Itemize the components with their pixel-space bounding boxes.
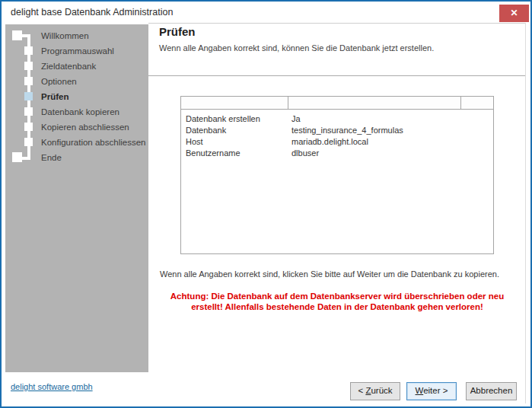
header-divider bbox=[148, 75, 525, 76]
content-right-edge bbox=[525, 23, 526, 403]
cancel-button[interactable]: Abbrechen bbox=[466, 382, 517, 400]
step-marker bbox=[24, 107, 33, 116]
row-value: mariadb.delight.local bbox=[291, 136, 368, 148]
wizard-step: Konfiguration abschliessen bbox=[5, 135, 148, 150]
table-header[interactable] bbox=[181, 97, 493, 110]
back-button-label-rest: urück bbox=[371, 386, 392, 395]
row-value: testing_insurance_4_formulas bbox=[291, 125, 403, 136]
page-title: Prüfen bbox=[159, 25, 196, 38]
next-button-mnemonic: W bbox=[416, 386, 424, 395]
title-bar: delight base Datenbank Administration bbox=[2, 2, 530, 23]
table-body: Datenbank erstellenJaDatenbanktesting_in… bbox=[181, 110, 493, 159]
next-button[interactable]: Weiter > bbox=[406, 382, 457, 400]
close-button[interactable]: ✕ bbox=[499, 5, 529, 22]
next-button-label-rest: eiter > bbox=[423, 386, 448, 395]
wizard-step: Kopieren abschliessen bbox=[5, 120, 148, 135]
step-label: Datenbank kopieren bbox=[41, 104, 148, 120]
wizard-step: Optionen bbox=[5, 74, 148, 89]
column-divider bbox=[460, 97, 461, 109]
vendor-link[interactable]: delight software gmbh bbox=[11, 382, 93, 391]
warning-line-2: erstellt! Allenfalls bestehende Daten in… bbox=[148, 302, 526, 313]
row-label: Datenbank erstellen bbox=[186, 113, 260, 125]
table-row[interactable]: Datenbanktesting_insurance_4_formulas bbox=[181, 125, 493, 136]
step-label: Konfiguration abschliessen bbox=[41, 135, 148, 150]
table-row[interactable]: Benutzernamedlbuser bbox=[181, 148, 493, 159]
wizard-step: Programmauswahl bbox=[5, 43, 148, 59]
step-label: Zieldatenbank bbox=[41, 59, 148, 74]
back-button[interactable]: < Zurück bbox=[350, 382, 400, 400]
warning-text: Achtung: Die Datenbank auf dem Datenbank… bbox=[148, 292, 526, 312]
step-marker bbox=[24, 77, 33, 85]
wizard-step-list: WillkommenProgrammauswahlZieldatenbankOp… bbox=[5, 28, 148, 165]
table-row[interactable]: Datenbank erstellenJa bbox=[181, 113, 493, 125]
wizard-step: Ende bbox=[5, 150, 148, 165]
step-marker bbox=[24, 92, 33, 100]
table-row[interactable]: Hostmariadb.delight.local bbox=[181, 136, 493, 148]
step-label: Prüfen bbox=[41, 89, 148, 104]
step-label: Ende bbox=[41, 150, 148, 165]
column-divider bbox=[288, 97, 288, 109]
step-label: Optionen bbox=[41, 74, 148, 89]
row-label: Host bbox=[186, 136, 203, 148]
step-label: Kopieren abschliessen bbox=[41, 120, 148, 135]
step-marker bbox=[24, 62, 33, 70]
window-title: delight base Datenbank Administration bbox=[11, 2, 173, 23]
cancel-button-label: Abbrechen bbox=[470, 386, 513, 395]
wizard-sidebar: WillkommenProgrammauswahlZieldatenbankOp… bbox=[5, 24, 148, 372]
step-marker bbox=[24, 138, 33, 146]
summary-table: Datenbank erstellenJaDatenbanktesting_in… bbox=[180, 96, 494, 254]
close-icon: ✕ bbox=[510, 8, 518, 18]
row-label: Benutzername bbox=[186, 148, 241, 159]
wizard-step: Prüfen bbox=[5, 89, 148, 104]
wizard-window: delight base Datenbank Administration ✕ … bbox=[0, 0, 532, 408]
header-top-divider bbox=[148, 23, 525, 24]
back-button-label: < bbox=[358, 386, 365, 395]
step-marker bbox=[12, 30, 22, 40]
step-marker bbox=[24, 46, 33, 55]
wizard-step: Willkommen bbox=[5, 28, 148, 43]
row-value: Ja bbox=[291, 113, 301, 125]
instruction-text: Wenn alle Angaben korrekt sind, klicken … bbox=[160, 269, 499, 279]
page-subtitle: Wenn alle Angaben korrekt sind, können S… bbox=[159, 43, 434, 53]
step-marker bbox=[12, 152, 22, 162]
warning-line-1: Achtung: Die Datenbank auf dem Datenbank… bbox=[148, 292, 526, 302]
wizard-step: Zieldatenbank bbox=[5, 59, 148, 74]
step-label: Programmauswahl bbox=[41, 43, 148, 59]
step-marker bbox=[24, 123, 33, 131]
row-value: dlbuser bbox=[291, 148, 319, 159]
wizard-step: Datenbank kopieren bbox=[5, 104, 148, 120]
step-label: Willkommen bbox=[41, 28, 148, 43]
row-label: Datenbank bbox=[186, 125, 226, 136]
